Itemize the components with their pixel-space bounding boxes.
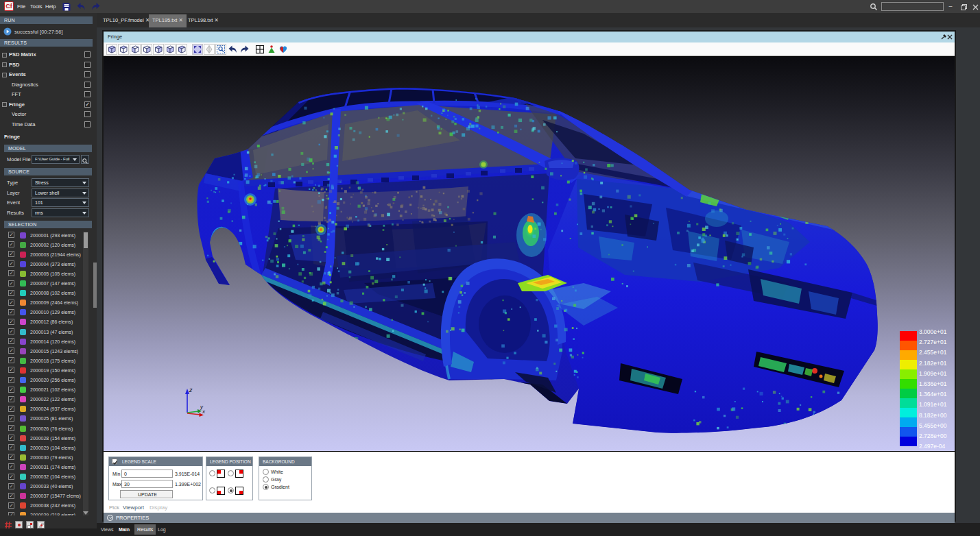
svg-text:x: x — [202, 409, 206, 415]
svg-text:z: z — [189, 387, 193, 393]
